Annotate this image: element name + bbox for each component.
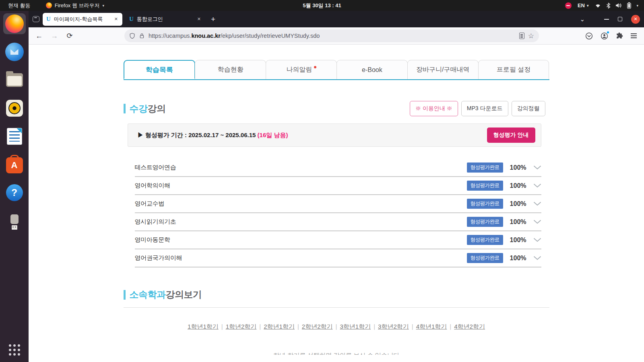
new-tab-button[interactable]: + <box>208 15 218 24</box>
tab-my-alerts[interactable]: 나의알림 <box>266 60 337 79</box>
evaluation-period-notice: ▶ 형성평가 기간 : 2025.02.17 ~ 2025.06.15 (16일… <box>128 123 541 147</box>
system-tray-button[interactable]: ▾ <box>594 2 638 9</box>
maximize-button[interactable] <box>618 17 622 21</box>
expand-course-button[interactable] <box>533 220 541 224</box>
dock-item-thunderbird[interactable] <box>3 41 26 62</box>
pocket-icon[interactable] <box>585 32 593 40</box>
dock-item-rhythmbox[interactable] <box>3 98 26 119</box>
chevron-down-icon <box>533 202 541 206</box>
course-list: 테스트영어연습 형성평가완료 100% 영어학의이해 형성평가완료 100% <box>135 159 541 267</box>
semester-link[interactable]: 1학년1학기 <box>188 323 219 330</box>
expand-course-button[interactable] <box>533 256 541 260</box>
firefox-view-button[interactable] <box>33 16 39 22</box>
do-not-disturb-icon[interactable] <box>565 2 572 9</box>
tab-label: 프로필 설정 <box>497 66 530 74</box>
extensions-icon[interactable] <box>616 32 623 39</box>
course-row: 영어학의이해 형성평가완료 100% <box>135 177 541 195</box>
evaluation-guide-button[interactable]: 형성평가 안내 <box>487 128 535 143</box>
semester-link[interactable]: 4학년1학기 <box>416 323 447 330</box>
course-name-link[interactable]: 영어교수법 <box>135 200 165 208</box>
show-applications-button[interactable] <box>9 344 20 356</box>
chevron-down-icon: ▾ <box>103 4 105 8</box>
dock-item-files[interactable] <box>3 70 26 90</box>
page-content: 학습목록 학습현황 나의알림 e-Book 장바구니/구매내역 프로필 설정 <box>29 45 644 355</box>
status-badge: 형성평가완료 <box>467 162 503 173</box>
browser-tab-active[interactable]: U 마이페이지-학습목록 ✕ <box>43 13 122 26</box>
dock-item-help[interactable]: ? <box>3 182 26 203</box>
chevron-down-icon: ▾ <box>636 4 638 8</box>
close-tab-icon[interactable]: ✕ <box>196 16 202 23</box>
url-bar[interactable]: https://ucampus.knou.ac.kr/ekp/user/stud… <box>124 29 539 42</box>
url-prefix: https://ucampus. <box>149 33 191 39</box>
usage-guide-button[interactable]: ※ 이용안내 ※ <box>410 101 458 116</box>
firefox-icon <box>46 2 52 8</box>
progress-value: 100% <box>510 218 526 226</box>
course-name-link[interactable]: 영어학의이해 <box>135 182 170 189</box>
url-text: https://ucampus.knou.ac.kr/ekp/user/stud… <box>149 33 516 39</box>
semester-link[interactable]: 1학년2학기 <box>226 323 257 330</box>
sort-lectures-button[interactable]: 강의정렬 <box>512 101 545 116</box>
bookmark-star-icon[interactable]: ☆ <box>528 32 534 40</box>
semester-link[interactable]: 3학년2학기 <box>378 323 409 330</box>
close-tab-icon[interactable]: ✕ <box>114 16 119 23</box>
semester-link-list: 1학년1학기|1학년2학기|2학년1학기|2학년2학기|3학년1학기|3학년2학… <box>124 323 549 331</box>
forward-button[interactable]: → <box>49 32 60 40</box>
mp3-download-button[interactable]: MP3 다운로드 <box>461 101 508 116</box>
browser-tab[interactable]: U 통합로그인 ✕ <box>126 13 205 26</box>
back-button[interactable]: ← <box>33 32 45 40</box>
course-name-link[interactable]: 영시읽기의기초 <box>135 218 176 226</box>
app-menu-label: Firefox 웹 브라우저 <box>55 2 100 9</box>
activities-button[interactable]: 현재 활동 <box>6 1 32 10</box>
account-button[interactable] <box>601 32 608 40</box>
dock-item-usb-drive[interactable] <box>3 210 26 231</box>
help-icon: ? <box>6 184 23 201</box>
divider <box>124 307 549 308</box>
course-name-link[interactable]: 영미아동문학 <box>135 236 170 244</box>
keyboard-layout-button[interactable]: EN ▾ <box>578 2 589 8</box>
expand-course-button[interactable] <box>533 238 541 242</box>
semester-link[interactable]: 2학년1학기 <box>264 323 295 330</box>
semester-link[interactable]: 4학년2학기 <box>454 323 485 330</box>
course-name-link[interactable]: 영어권국가의이해 <box>135 254 182 262</box>
close-window-button[interactable]: ✕ <box>631 15 640 24</box>
app-menu-button[interactable]: Firefox 웹 브라우저 ▾ <box>46 2 105 9</box>
rhythmbox-icon <box>6 100 23 117</box>
url-path: /ekp/user/study/retrieveUMYStudy.sdo <box>221 33 320 39</box>
minimize-button[interactable] <box>604 19 609 20</box>
dock-item-libreoffice-writer[interactable] <box>3 126 26 147</box>
alert-dot <box>314 66 316 68</box>
expand-course-button[interactable] <box>533 165 541 170</box>
progress-value: 100% <box>510 200 526 208</box>
course-name-link[interactable]: 테스트영어연습 <box>135 164 176 171</box>
dock-item-ubuntu-software[interactable]: A <box>3 154 26 175</box>
gnome-top-bar: 현재 활동 Firefox 웹 브라우저 ▾ 5월 30일 13 : 41 EN… <box>0 0 644 11</box>
dock: A ? <box>0 11 29 362</box>
expand-course-button[interactable] <box>533 183 541 188</box>
chevron-down-icon <box>533 256 541 260</box>
firefox-window: U 마이페이지-학습목록 ✕ U 통합로그인 ✕ + ⌄ ✕ ← → ⟳ htt… <box>29 11 644 362</box>
menu-icon[interactable] <box>631 33 637 38</box>
browser-nav-bar: ← → ⟳ https://ucampus.knou.ac.kr/ekp/use… <box>29 27 644 45</box>
site-favicon: U <box>46 16 51 23</box>
tab-ebook[interactable]: e-Book <box>336 60 408 79</box>
tab-learning-status[interactable]: 학습현황 <box>195 60 266 79</box>
semester-link[interactable]: 2학년2학기 <box>302 323 333 330</box>
tab-cart-purchases[interactable]: 장바구니/구매내역 <box>407 60 479 79</box>
tab-learning-list[interactable]: 학습목록 <box>124 60 196 79</box>
list-all-tabs-button[interactable]: ⌄ <box>580 16 585 23</box>
chevron-down-icon <box>533 165 541 170</box>
chevron-down-icon <box>533 238 541 242</box>
progress-value: 100% <box>510 237 526 244</box>
lock-icon[interactable] <box>139 33 145 39</box>
dock-item-firefox[interactable] <box>3 13 26 34</box>
section-title-rest: 강의보기 <box>166 289 202 300</box>
tab-label: 학습현황 <box>218 66 244 74</box>
expand-course-button[interactable] <box>533 202 541 206</box>
section-title-accent: 소속학과 <box>130 289 166 300</box>
tab-profile-settings[interactable]: 프로필 설정 <box>478 60 549 79</box>
clock[interactable]: 5월 30일 13 : 41 <box>303 0 341 11</box>
reader-mode-icon[interactable] <box>519 33 524 39</box>
shield-icon[interactable] <box>129 33 135 39</box>
semester-link[interactable]: 3학년1학기 <box>340 323 371 330</box>
reload-button[interactable]: ⟳ <box>64 31 75 40</box>
